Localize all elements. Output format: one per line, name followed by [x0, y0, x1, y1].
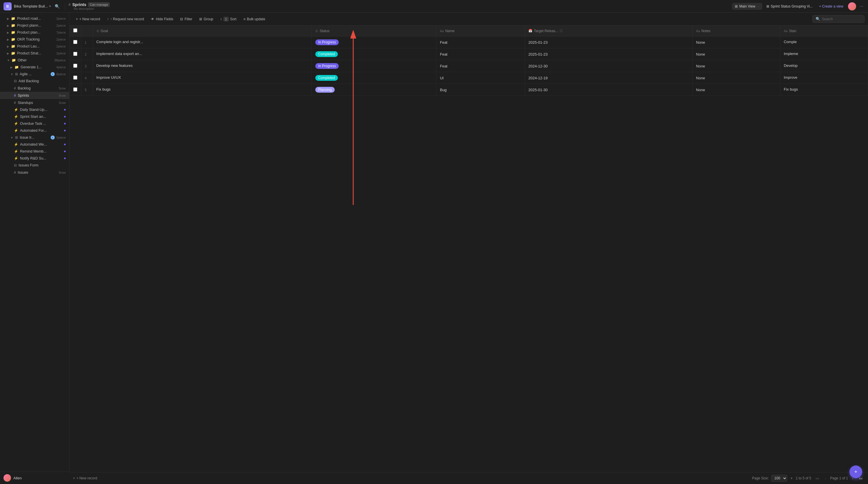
sort-button[interactable]: ↕ 1 Sort — [217, 15, 240, 23]
header-more-button[interactable]: ··· — [859, 4, 865, 9]
page-size-label: Page Size: — [752, 476, 769, 480]
user-avatar-sidebar[interactable] — [3, 474, 11, 482]
first-page-button[interactable]: ⏮ — [813, 475, 821, 481]
row-notes: None — [692, 60, 780, 72]
select-all-checkbox[interactable] — [73, 28, 77, 32]
user-name: Allen — [13, 476, 22, 480]
view-more-icon[interactable]: ··· — [757, 5, 760, 8]
sidebar-item-project-plann[interactable]: ▶ 📁 Project plann... 2piece — [0, 22, 69, 29]
content-area: + + New record ↑ ↑ Request new record 👁 … — [69, 13, 868, 484]
chevron-right-icon: ▶ — [7, 38, 9, 41]
no-description: No description — [69, 7, 110, 10]
sidebar-item-daily-standup[interactable]: ⚡ Daily Stand-Up... — [0, 106, 69, 113]
lightning-icon: ⚡ — [14, 149, 18, 154]
page-size-select[interactable]: 100 50 25 — [771, 475, 787, 482]
hash-icon: # — [14, 100, 16, 105]
row-name: Bug — [436, 84, 525, 96]
row-checkbox-cell[interactable] — [69, 72, 81, 84]
row-num: 4 — [81, 72, 93, 84]
folder-icon: 📁 — [11, 51, 16, 55]
row-checkbox-cell[interactable] — [69, 49, 81, 60]
app-title: Bika Template Buil... ▾ — [14, 4, 51, 8]
notes-col-icon: Aa — [696, 29, 700, 33]
search-box[interactable]: 🔍 — [812, 15, 865, 23]
row-checkbox[interactable] — [73, 52, 77, 56]
chevron-right-icon: ▶ — [10, 66, 13, 69]
blue-dot-icon: i — [51, 135, 55, 139]
bulk-update-button[interactable]: ≡ Bulk update — [241, 15, 268, 23]
new-record-button[interactable]: + + New record — [73, 15, 103, 23]
search-input[interactable] — [822, 17, 857, 21]
sidebar-item-remind-memb[interactable]: ⚡ Remind Memb... — [0, 148, 69, 155]
row-checkbox[interactable] — [73, 75, 77, 79]
row-checkbox[interactable] — [73, 40, 77, 44]
row-status: Completed — [312, 49, 436, 60]
footer-new-record-button[interactable]: + + New record — [73, 476, 97, 480]
sidebar-item-generate[interactable]: ▶ 📁 Generate 1... 4piece — [0, 64, 69, 71]
sidebar-item-product-plan[interactable]: ▶ 📁 Product plan... 7piece — [0, 29, 69, 36]
main-view-tab[interactable]: ⊞ Main View ··· — [732, 3, 762, 10]
status-header[interactable]: ◎ Status — [312, 26, 436, 36]
sidebar-item-sprints[interactable]: # Sprints 5row — [0, 92, 69, 99]
app-icon[interactable]: B — [3, 2, 11, 10]
chevron-down-icon: ▼ — [7, 59, 10, 62]
sidebar-item-agile[interactable]: ▼ ⊞ Agile ... i 8piece — [0, 71, 69, 77]
filter-button[interactable]: ⊟ Filter — [177, 15, 195, 23]
sidebar-item-issues[interactable]: # Issues 5row — [0, 169, 69, 176]
sidebar-item-backlog[interactable]: # Backlog 5row — [0, 85, 69, 92]
app-title-chevron-icon[interactable]: ▾ — [49, 4, 51, 8]
sidebar-item-other[interactable]: ▼ 📁 Other 88piece — [0, 57, 69, 64]
row-checkbox-cell[interactable] — [69, 84, 81, 96]
row-checkbox[interactable] — [73, 88, 77, 92]
page-number: 1 of 1 — [839, 476, 848, 480]
notes-header[interactable]: Aa Notes — [692, 26, 780, 36]
target-release-header[interactable]: 📅 Target Releas... ⓘ — [525, 26, 692, 36]
hide-fields-button[interactable]: 👁 Hide Fields — [148, 15, 176, 23]
request-record-button[interactable]: ↑ ↑ Request new record — [104, 15, 147, 23]
select-all-header[interactable] — [69, 26, 81, 36]
sidebar-item-sprint-start[interactable]: ⚡ Sprint Start an... — [0, 113, 69, 120]
prev-page-button[interactable]: ‹ — [823, 475, 828, 481]
row-num: 1 — [81, 36, 93, 49]
lightning-icon: ⚡ — [14, 108, 18, 112]
sidebar-item-product-lau[interactable]: ▶ 📁 Product Lau... 2piece — [0, 43, 69, 50]
row-checkbox-cell[interactable] — [69, 36, 81, 49]
sprint-status-view-tab[interactable]: ⊞ Sprint Status Grouping Vi... — [764, 3, 815, 10]
group-button[interactable]: ⊞ Group — [196, 15, 216, 23]
sidebar-item-add-backlog[interactable]: ⊟ Add Backlog — [0, 77, 69, 85]
help-bubble-button[interactable]: + — [849, 465, 862, 478]
sidebar-item-overdue-task[interactable]: ⚡ Overdue Task ... — [0, 120, 69, 127]
folder-icon: 📁 — [11, 58, 16, 62]
hash-icon: # — [14, 170, 16, 174]
row-status: In Progress — [312, 36, 436, 49]
sidebar-item-standups[interactable]: # Standups 5row — [0, 99, 69, 106]
row-goal: Develop new features — [93, 60, 312, 72]
table-footer: + + New record Page Size: 100 50 25 ▾ 1 … — [69, 472, 868, 484]
plus-icon: + — [76, 17, 78, 21]
name-header[interactable]: Aa Name — [436, 26, 525, 36]
row-checkbox-cell[interactable] — [69, 60, 81, 72]
sidebar-item-automated-we[interactable]: ⚡ Automated We... — [0, 141, 69, 148]
data-table: ◎ Goal ◎ Status — [69, 26, 868, 96]
sidebar-item-product-strat[interactable]: ▶ 📁 Product Strat... 2piece — [0, 50, 69, 57]
goal-header[interactable]: ◎ Goal — [93, 26, 312, 36]
create-view-button[interactable]: + Create a view — [817, 3, 846, 10]
page-of-label: Page — [830, 476, 839, 480]
sidebar-item-issues-form[interactable]: ⊟ Issues Form — [0, 162, 69, 169]
lightning-icon: ⚡ — [14, 122, 18, 126]
sidebar-item-notify-rd[interactable]: ⚡ Notify R&D Su... — [0, 155, 69, 162]
global-search-button[interactable]: 🔍 — [53, 2, 61, 10]
can-manage-badge: Can manage — [88, 2, 110, 7]
user-avatar[interactable] — [848, 2, 856, 10]
row-goal: Fix bugs — [93, 84, 312, 96]
header-views: ⊞ Main View ··· ⊞ Sprint Status Grouping… — [732, 3, 845, 10]
sidebar-item-issue-tr[interactable]: ▼ ⊞ Issue tr... i 5piece — [0, 134, 69, 141]
sidebar-item-okr-tracking[interactable]: ▶ 📁 OKR Tracking 2piece — [0, 36, 69, 43]
chevron-down-icon: ▼ — [10, 73, 13, 76]
table-header-row: ◎ Goal ◎ Status — [69, 26, 868, 36]
stan-header[interactable]: Aa Stan — [780, 26, 868, 36]
sidebar-item-automated-for[interactable]: ⚡ Automated For... — [0, 127, 69, 134]
sidebar-item-product-road[interactable]: ▶ 📁 Product road... 2piece — [0, 15, 69, 22]
row-checkbox[interactable] — [73, 64, 77, 68]
record-count: 1 to 5 of 5 — [796, 476, 811, 480]
